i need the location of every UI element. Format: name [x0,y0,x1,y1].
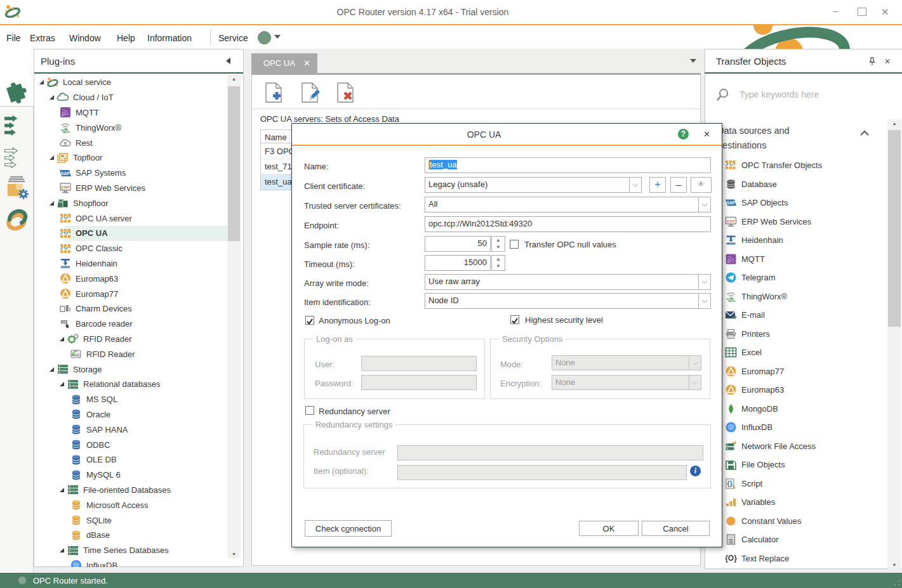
svg-text:ERP: ERP [727,219,734,223]
svg-text:R: R [63,141,67,146]
svg-text:RFID: RFID [73,354,80,357]
svg-text:ERP: ERP [61,185,70,190]
svg-text:SAP: SAP [727,200,736,205]
svg-text:SAP: SAP [61,171,70,175]
